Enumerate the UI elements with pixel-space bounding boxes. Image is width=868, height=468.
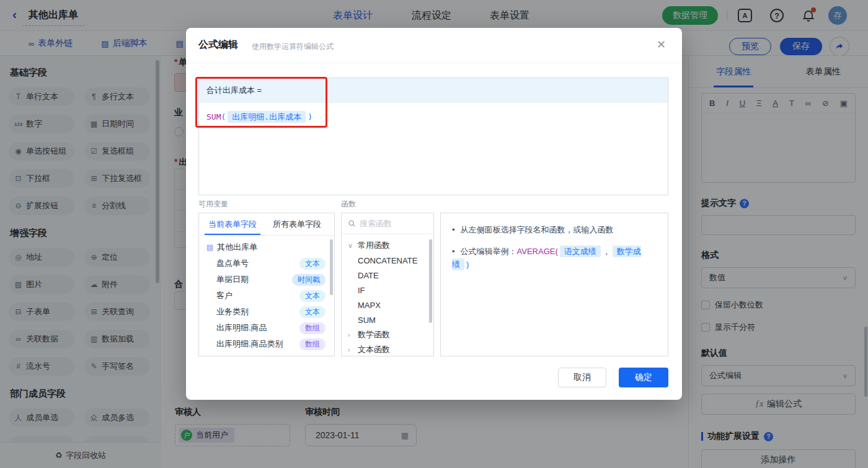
- variables-panel: 当前表单字段 所有表单字段 ▤ 其他出库单 盘点单号文本 单据日期时间戳 客户文…: [198, 213, 335, 356]
- tab-all-form-fields[interactable]: 所有表单字段: [273, 219, 321, 230]
- variables-scrollbar[interactable]: [330, 239, 333, 295]
- function-item[interactable]: DATE: [342, 268, 433, 283]
- function-item[interactable]: IF: [342, 283, 433, 298]
- variable-row[interactable]: 出库明细.商品数组: [199, 320, 334, 336]
- formula-editor[interactable]: 合计出库成本 = SUM(出库明细.出库成本): [198, 77, 668, 195]
- function-group-math[interactable]: ›数学函数: [342, 327, 433, 342]
- search-icon: [348, 219, 356, 227]
- variable-row[interactable]: 客户文本: [199, 288, 334, 304]
- formula-edit-modal: 公式编辑 使用数学运算符编辑公式 ✕ 合计出库成本 = SUM(出库明细.出库成…: [186, 28, 682, 400]
- functions-label: 函数: [341, 199, 356, 210]
- function-group-text[interactable]: ›文本函数: [342, 342, 433, 356]
- function-search[interactable]: [342, 213, 433, 234]
- chevron-down-icon: ∨: [348, 242, 354, 250]
- example-function: AVERAGE(: [517, 247, 558, 256]
- cancel-button[interactable]: 取消: [558, 368, 606, 387]
- type-badge: 文本: [299, 258, 326, 270]
- variable-row[interactable]: 出库明细.商品类别数组: [199, 336, 334, 352]
- active-tab-underline: [205, 234, 260, 235]
- function-group-common[interactable]: ∨常用函数: [342, 238, 433, 253]
- form-doc-icon: ▤: [206, 243, 213, 252]
- modal-subtitle: 使用数学运算符编辑公式: [252, 42, 334, 52]
- functions-panel: ∨常用函数 CONCATENATE DATE IF MAPX SUM ›数学函数…: [341, 213, 434, 356]
- type-badge: 数组: [299, 338, 326, 350]
- chevron-right-icon: ›: [348, 331, 354, 338]
- formula-target: 合计出库成本 =: [199, 78, 668, 103]
- function-search-input[interactable]: [360, 219, 422, 228]
- chevron-right-icon: ›: [348, 346, 354, 353]
- modal-title: 公式编辑: [198, 38, 238, 51]
- type-badge: 数组: [299, 322, 326, 334]
- function-item[interactable]: MAPX: [342, 298, 433, 312]
- tab-current-form-fields[interactable]: 当前表单字段: [208, 219, 257, 230]
- tip-line-1: •从左侧面板选择字段名和函数，或输入函数: [452, 223, 657, 236]
- formula-expression[interactable]: SUM(出库明细.出库成本): [199, 103, 668, 131]
- modal-header-divider: [186, 63, 682, 63]
- example-chip: 语文成绩: [560, 245, 601, 257]
- close-icon[interactable]: ✕: [657, 38, 666, 51]
- variables-label: 可用变量: [198, 199, 228, 210]
- type-badge: 文本: [299, 306, 326, 318]
- variable-row[interactable]: 盘点单号文本: [199, 255, 334, 272]
- field-chip[interactable]: 出库明细.出库成本: [228, 111, 306, 123]
- function-name: SUM: [206, 112, 221, 121]
- tip-line-2: •公式编辑举例：AVERAGE(语文成绩，数学成绩): [452, 245, 657, 271]
- variable-row[interactable]: 单据日期时间戳: [199, 272, 334, 288]
- tree-root[interactable]: ▤ 其他出库单: [199, 239, 334, 255]
- type-badge: 时间戳: [292, 274, 326, 286]
- function-item[interactable]: SUM: [342, 312, 433, 327]
- function-item[interactable]: CONCATENATE: [342, 253, 433, 268]
- type-badge: 文本: [299, 290, 326, 302]
- functions-scrollbar[interactable]: [429, 239, 432, 323]
- tips-panel: •从左侧面板选择字段名和函数，或输入函数 •公式编辑举例：AVERAGE(语文成…: [440, 213, 668, 356]
- variable-row[interactable]: 业务类别文本: [199, 304, 334, 320]
- confirm-button[interactable]: 确定: [619, 368, 668, 387]
